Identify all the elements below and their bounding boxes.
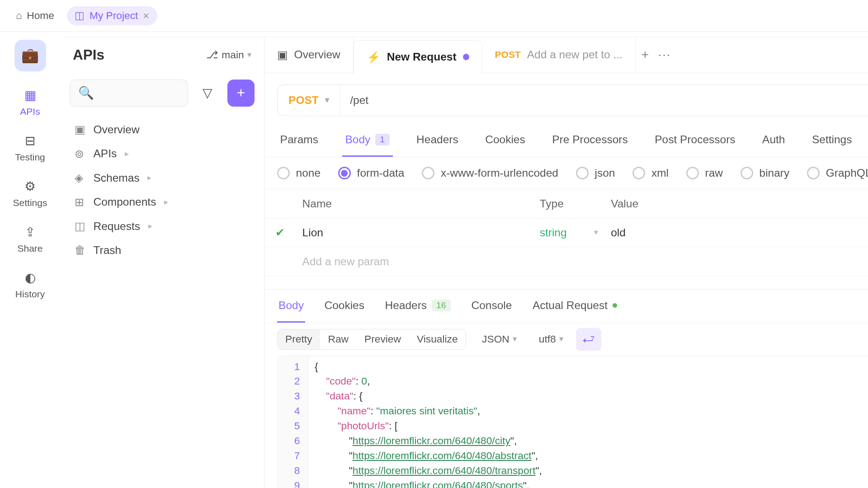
body-count-badge: 1 (375, 134, 390, 145)
tab-params[interactable]: Params (277, 124, 321, 157)
tab-post-processors[interactable]: Post Processors (651, 124, 738, 157)
app-logo[interactable]: 💼 (14, 40, 46, 71)
close-icon[interactable]: × (143, 9, 149, 22)
view-raw[interactable]: Raw (320, 329, 357, 350)
radio-icon (576, 167, 589, 179)
trash-icon: 🗑 (75, 244, 87, 257)
tree-label: Components (94, 196, 156, 208)
tree-item-trash[interactable]: 🗑 Trash (63, 239, 261, 263)
branch-icon: ⎇ (206, 49, 218, 61)
add-tab-button[interactable]: + (636, 37, 655, 73)
radio-label: GraphQL (826, 167, 868, 179)
radio-json[interactable]: json (576, 167, 615, 179)
method-selector[interactable]: POST ▾ (278, 85, 341, 116)
response-tab-console[interactable]: Console (470, 290, 514, 323)
tab-label: New Request (387, 51, 457, 63)
rail-item-history[interactable]: ◐ History (15, 270, 45, 300)
response-tab-cookies[interactable]: Cookies (323, 290, 366, 323)
radio-graphql[interactable]: GraphQL (807, 167, 868, 179)
radio-form-data[interactable]: form-data (338, 167, 405, 179)
param-name-cell[interactable]: Lion (296, 218, 533, 247)
response-tab-headers[interactable]: Headers 16 (383, 290, 453, 323)
home-button[interactable]: ⌂ Home (8, 6, 62, 25)
tab-headers[interactable]: Headers (413, 124, 462, 157)
radio-urlencoded[interactable]: x-www-form-urlencoded (422, 167, 558, 179)
view-visualize[interactable]: Visualize (409, 329, 466, 350)
format-selector[interactable]: JSON ▾ (476, 329, 523, 350)
tab-label: Console (471, 299, 512, 312)
rail-item-settings[interactable]: ⚙ Settings (13, 178, 47, 208)
project-tab[interactable]: ◫ My Project × (67, 6, 157, 25)
radio-icon (741, 167, 753, 179)
body-type-radios: none form-data x-www-form-urlencoded jso… (264, 157, 868, 189)
tab-add-pet[interactable]: POST Add a new pet to ... (482, 37, 636, 73)
tab-new-request[interactable]: ⚡ New Request (354, 40, 482, 74)
overview-icon: ▣ (75, 123, 87, 136)
chevron-down-icon: ▾ (513, 334, 517, 344)
encoding-value: utf8 (539, 333, 556, 345)
content-area: ▣ Overview ⚡ New Request POST Add a new … (264, 37, 868, 488)
tab-cookies[interactable]: Cookies (482, 124, 528, 157)
col-value: Value (604, 189, 868, 218)
add-button[interactable]: + (227, 80, 255, 107)
tree-item-schemas[interactable]: ◈ Schemas ▸ (63, 166, 261, 190)
method-badge: POST (495, 49, 521, 60)
tab-overview[interactable]: ▣ Overview (264, 37, 354, 73)
url-input[interactable] (340, 94, 868, 107)
tree-item-components[interactable]: ⊞ Components ▸ (63, 190, 261, 215)
radio-xml[interactable]: xml (632, 167, 669, 179)
rail-item-testing[interactable]: ⊟ Testing (15, 133, 45, 163)
radio-icon (807, 167, 820, 179)
tree-item-overview[interactable]: ▣ Overview (63, 117, 261, 142)
branch-name: main (222, 49, 244, 61)
table-row-add[interactable]: Add a new param (264, 247, 868, 276)
search-input[interactable]: 🔍 (70, 80, 188, 107)
caret-right-icon: ▸ (164, 197, 168, 207)
tree-label: APIs (94, 147, 117, 160)
row-check-icon[interactable]: ✔ (264, 226, 296, 239)
tab-body[interactable]: Body 1 (342, 124, 393, 157)
radio-none[interactable]: none (277, 167, 321, 179)
param-type-cell[interactable]: string ▾ (533, 218, 605, 247)
tab-menu-button[interactable]: ⋯ (655, 37, 674, 73)
table-row[interactable]: ✔ Lion string ▾ old More ⊖ (264, 218, 868, 247)
tree-item-requests[interactable]: ◫ Requests ▸ (63, 214, 261, 239)
rail-label-history: History (15, 289, 45, 300)
tab-label: Cookies (324, 299, 364, 312)
apis-tree-icon: ⊚ (75, 147, 87, 160)
response-tab-actual[interactable]: Actual Request (531, 290, 618, 323)
branch-selector[interactable]: ⎇ main ▾ (206, 49, 251, 61)
rail-item-apis[interactable]: ▦ APIs (20, 87, 40, 117)
radio-label: x-www-form-urlencoded (441, 167, 558, 179)
radio-label: xml (651, 167, 669, 179)
response-tab-body[interactable]: Body (277, 290, 306, 323)
wrap-icon: ⮐ (582, 332, 595, 346)
headers-count-badge: 16 (432, 300, 451, 311)
caret-right-icon: ▸ (148, 221, 152, 231)
nav-rail: 💼 ▦ APIs ⊟ Testing ⚙ Settings ⇪ Share ◐ … (0, 32, 60, 488)
response-code-viewer[interactable]: 12345678910111213141516171819202122 { "c… (277, 356, 868, 488)
tab-label: Params (280, 133, 318, 146)
radio-label: none (296, 167, 321, 179)
view-pretty[interactable]: Pretty (278, 329, 320, 350)
view-preview[interactable]: Preview (357, 329, 409, 350)
tab-request-settings[interactable]: Settings (809, 124, 855, 157)
word-wrap-button[interactable]: ⮐ (576, 328, 601, 351)
param-value-cell[interactable]: old (604, 218, 868, 247)
encoding-selector[interactable]: utf8 ▾ (533, 329, 570, 350)
content-tabstrip: ▣ Overview ⚡ New Request POST Add a new … (264, 37, 868, 74)
filter-button[interactable]: ▽ (194, 80, 222, 107)
tab-auth[interactable]: Auth (759, 124, 788, 157)
radio-binary[interactable]: binary (741, 167, 790, 179)
tab-pre-processors[interactable]: Pre Processors (549, 124, 631, 157)
schemas-icon: ◈ (75, 171, 87, 184)
resize-handle[interactable]: ••• (264, 276, 868, 289)
project-tab-label: My Project (90, 9, 138, 22)
rail-item-share[interactable]: ⇪ Share (17, 224, 42, 254)
rail-label-settings: Settings (13, 197, 47, 208)
radio-raw[interactable]: raw (686, 167, 723, 179)
tab-label: Body (345, 133, 371, 146)
plus-icon: + (642, 47, 649, 62)
caret-right-icon: ▸ (125, 149, 129, 159)
tree-item-apis[interactable]: ⊚ APIs ▸ (63, 142, 261, 166)
